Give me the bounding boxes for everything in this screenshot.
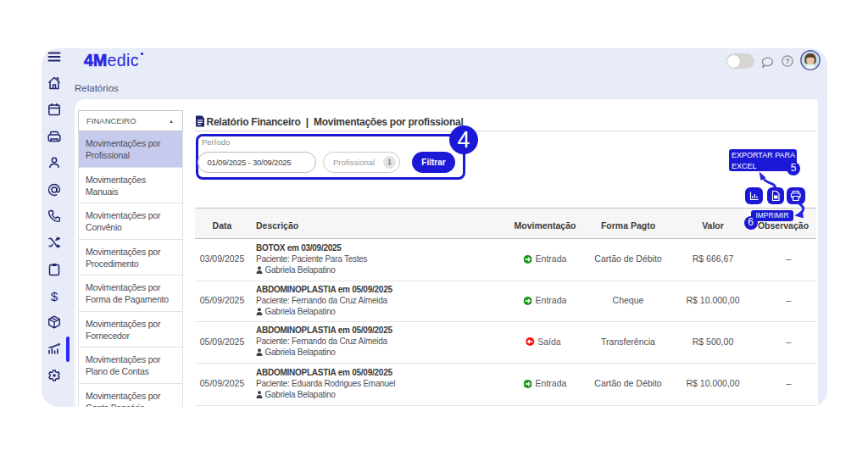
svg-text:?: ? [785,57,789,65]
svg-text:$: $ [51,289,58,303]
